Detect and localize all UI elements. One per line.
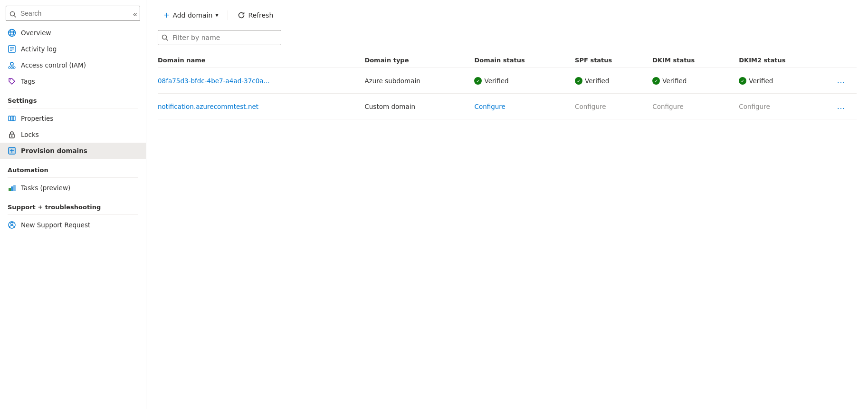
spf-status-configure-2: Configure	[575, 103, 606, 110]
cell-more-1: …	[833, 68, 857, 94]
domain-status-configure-link[interactable]: Configure	[474, 103, 505, 110]
sidebar-item-label-overview: Overview	[21, 29, 51, 37]
svg-rect-29	[11, 186, 13, 191]
svg-line-34	[166, 39, 168, 41]
cell-domain-type-1: Azure subdomain	[364, 68, 474, 94]
sidebar-search-wrap: «	[0, 4, 146, 25]
sidebar-item-provision-domains[interactable]: Provision domains	[0, 143, 146, 159]
cell-domain-type-2: Custom domain	[364, 94, 474, 119]
row-more-button-2[interactable]: …	[833, 100, 849, 112]
sidebar-item-label-support: New Support Request	[21, 221, 90, 229]
col-header-dkim2-status: DKIM2 status	[739, 53, 833, 68]
svg-point-12	[9, 67, 10, 68]
sidebar-item-label-activity-log: Activity log	[21, 45, 57, 53]
sidebar: « Overview Activity log	[0, 0, 146, 409]
section-header-support: Support + troubleshooting	[0, 196, 146, 213]
filter-search-icon	[162, 34, 168, 41]
cell-dkim2-status-1: ✓ Verified	[739, 68, 833, 94]
sidebar-item-label-properties: Properties	[21, 115, 53, 122]
dkim2-status-badge-1: ✓ Verified	[739, 77, 773, 85]
sidebar-item-label-provision-domains: Provision domains	[21, 147, 87, 155]
sidebar-item-label-tasks: Tasks (preview)	[21, 184, 70, 192]
add-domain-dropdown-icon: ▾	[215, 12, 218, 19]
toolbar: + Add domain ▾ Refresh	[158, 8, 857, 22]
dkim2-dot-1: ✓	[739, 77, 746, 85]
domain-name-link-1[interactable]: 08fa75d3-bfdc-4be7-a4ad-37c0a...	[158, 77, 269, 85]
sidebar-item-activity-log[interactable]: Activity log	[0, 41, 146, 57]
svg-rect-21	[13, 116, 15, 121]
svg-rect-20	[11, 116, 13, 121]
add-domain-button[interactable]: + Add domain ▾	[158, 8, 224, 22]
refresh-icon	[238, 11, 245, 19]
svg-point-11	[10, 62, 13, 65]
tags-icon	[8, 77, 16, 86]
sidebar-item-label-locks: Locks	[21, 131, 39, 138]
spf-dot-1: ✓	[575, 77, 582, 85]
svg-point-23	[11, 136, 13, 137]
support-icon	[8, 221, 16, 229]
provision-icon	[8, 146, 16, 155]
cell-dkim-status-2: Configure	[652, 94, 739, 119]
verified-dot-1: ✓	[474, 77, 482, 85]
svg-point-13	[11, 67, 13, 68]
cell-domain-status-1: ✓ Verified	[474, 68, 575, 94]
svg-point-18	[10, 79, 11, 80]
table-header-row: Domain name Domain type Domain status SP…	[158, 53, 857, 68]
sidebar-item-access-control[interactable]: Access control (IAM)	[0, 57, 146, 73]
cell-spf-status-2: Configure	[575, 94, 652, 119]
dkim2-status-label-1: Verified	[749, 77, 773, 85]
cell-spf-status-1: ✓ Verified	[575, 68, 652, 94]
domain-status-badge-1: ✓ Verified	[474, 77, 508, 85]
section-divider-automation	[8, 177, 138, 178]
section-header-settings: Settings	[0, 89, 146, 106]
access-icon	[8, 61, 16, 69]
sidebar-item-label-tags: Tags	[21, 78, 35, 85]
cell-domain-name-1: 08fa75d3-bfdc-4be7-a4ad-37c0a...	[158, 68, 364, 94]
svg-rect-30	[13, 185, 16, 191]
overview-icon	[8, 29, 16, 37]
sidebar-item-new-support-request[interactable]: New Support Request	[0, 217, 146, 233]
domain-status-label-1: Verified	[484, 77, 508, 85]
col-header-domain-type: Domain type	[364, 53, 474, 68]
table-row: notification.azurecommtest.net Custom do…	[158, 94, 857, 119]
col-header-more	[833, 53, 857, 68]
col-header-domain-status: Domain status	[474, 53, 575, 68]
cell-more-2: …	[833, 94, 857, 119]
section-header-automation: Automation	[0, 159, 146, 175]
section-divider-settings	[8, 108, 138, 108]
sidebar-item-label-access-control: Access control (IAM)	[21, 61, 86, 69]
cell-dkim2-status-2: Configure	[739, 94, 833, 119]
cell-domain-status-2: Configure	[474, 94, 575, 119]
sidebar-item-overview[interactable]: Overview	[0, 25, 146, 41]
domain-table: Domain name Domain type Domain status SP…	[158, 53, 857, 119]
sidebar-item-tags[interactable]: Tags	[0, 73, 146, 89]
col-header-domain-name: Domain name	[158, 53, 364, 68]
spf-status-label-1: Verified	[585, 77, 609, 85]
svg-point-14	[13, 67, 15, 68]
properties-icon	[8, 114, 16, 123]
sidebar-item-locks[interactable]: Locks	[0, 127, 146, 143]
refresh-button[interactable]: Refresh	[232, 9, 279, 22]
add-domain-label: Add domain	[172, 11, 212, 19]
dkim-status-badge-1: ✓ Verified	[652, 77, 687, 85]
activity-icon	[8, 45, 16, 53]
collapse-sidebar-button[interactable]: «	[131, 9, 139, 19]
sidebar-item-properties[interactable]: Properties	[0, 110, 146, 127]
dkim-status-configure-2: Configure	[652, 103, 683, 110]
svg-rect-19	[9, 116, 10, 121]
table-row: 08fa75d3-bfdc-4be7-a4ad-37c0a... Azure s…	[158, 68, 857, 94]
sidebar-search-input[interactable]	[6, 6, 140, 21]
toolbar-divider	[228, 10, 228, 20]
tasks-icon	[8, 184, 16, 192]
sidebar-item-tasks[interactable]: Tasks (preview)	[0, 180, 146, 196]
svg-rect-28	[9, 188, 11, 191]
cell-domain-name-2: notification.azurecommtest.net	[158, 94, 364, 119]
filter-by-name-input[interactable]	[158, 30, 281, 45]
locks-icon	[8, 130, 16, 139]
row-more-button-1[interactable]: …	[833, 75, 849, 87]
dkim2-status-configure-2: Configure	[739, 103, 770, 110]
refresh-label: Refresh	[248, 11, 273, 19]
col-header-dkim-status: DKIM status	[652, 53, 739, 68]
domain-name-link-2[interactable]: notification.azurecommtest.net	[158, 103, 258, 110]
section-divider-support	[8, 214, 138, 215]
